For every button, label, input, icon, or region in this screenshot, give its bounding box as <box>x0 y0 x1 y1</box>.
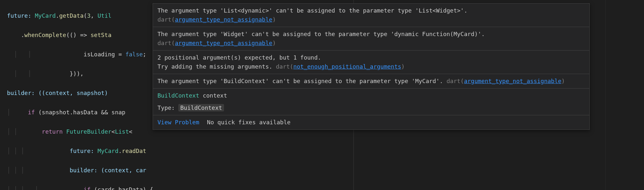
diagnostic-link[interactable]: not_enough_positional_arguments <box>293 63 401 70</box>
hover-tooltip[interactable]: The argument type 'List<dynamic>' can't … <box>153 3 590 130</box>
diagnostic-link[interactable]: argument_type_not_assignable <box>175 16 272 23</box>
diagnostic-item: The argument type 'List<dynamic>' can't … <box>153 4 589 27</box>
diagnostic-link[interactable]: argument_type_not_assignable <box>175 40 272 46</box>
code-line[interactable]: │ │ │ future: MyCard.readDat <box>0 146 435 156</box>
diagnostic-link[interactable]: argument_type_not_assignable <box>464 78 561 84</box>
diagnostic-item: 2 positional argument(s) expected, but 1… <box>153 51 589 74</box>
no-quick-fix-label: No quick fixes available <box>207 118 291 127</box>
type-chip: BuildContext <box>178 104 224 111</box>
view-problem-link[interactable]: View Problem <box>157 118 199 127</box>
code-line[interactable]: │ │ │ │ if (cards.hasData) { <box>0 185 435 190</box>
symbol-signature: BuildContext context Type: BuildContext <box>153 89 589 115</box>
code-line[interactable]: │ │ │ builder: (context, car <box>0 166 435 175</box>
diagnostic-item: The argument type 'BuildContext' can't b… <box>153 74 589 89</box>
minimap[interactable] <box>605 0 644 190</box>
diagnostic-item: The argument type 'Widget' can't be assi… <box>153 27 589 51</box>
tooltip-footer: View Problem No quick fixes available <box>153 115 589 129</box>
